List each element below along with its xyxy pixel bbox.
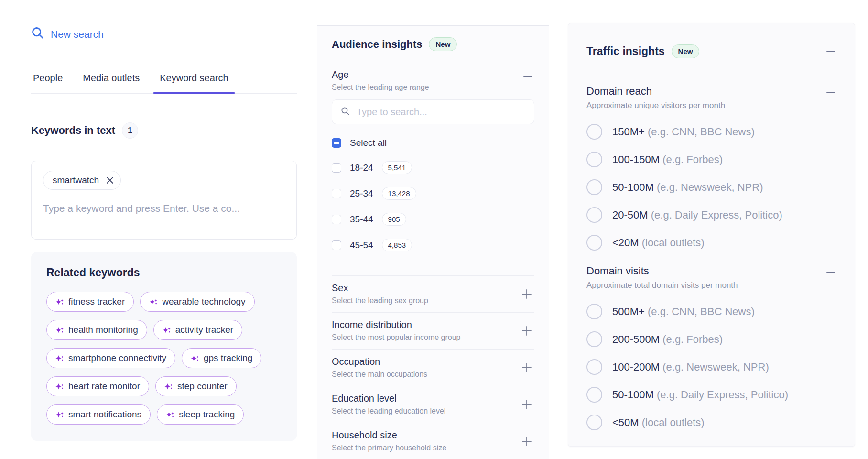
section-income-distribution[interactable]: Income distribution Select the most popu…	[332, 312, 534, 349]
domain-visits-header: Domain visits Approximate total domain v…	[586, 265, 837, 290]
keyword-input-placeholder[interactable]: Type a keyword and press Enter. Use a co…	[43, 203, 285, 214]
plus-icon	[521, 362, 532, 373]
search-icon	[341, 107, 350, 118]
keywords-in-text-heading: Keywords in text 1	[31, 122, 297, 139]
traffic-insights-header: Traffic insights New	[586, 44, 837, 58]
section-title: Sex	[332, 283, 428, 294]
section-subtitle: Select the primary household size	[332, 444, 446, 452]
section-title: Household size	[332, 430, 446, 441]
collapse-domain-reach-button[interactable]	[824, 85, 837, 98]
section-subtitle: Select the leading sex group	[332, 296, 428, 305]
age-option-row: 25-34 13,428	[332, 187, 534, 200]
plus-icon	[521, 436, 532, 447]
new-search-button[interactable]: New search	[31, 26, 104, 42]
radio-button[interactable]	[586, 124, 602, 140]
keywords-in-text-title: Keywords in text	[31, 124, 115, 137]
keyword-input-box[interactable]: smartwatch Type a keyword and press Ente…	[31, 161, 297, 240]
section-title: Education level	[332, 393, 445, 404]
checkbox[interactable]	[332, 163, 341, 173]
related-keyword-pill[interactable]: step counter	[155, 376, 237, 396]
sparkle-icon	[166, 411, 174, 418]
age-option-count-badge: 5,541	[382, 161, 412, 174]
related-keyword-label: smartphone connectivity	[68, 353, 166, 363]
expand-button[interactable]	[519, 434, 534, 449]
radio-button[interactable]	[586, 207, 602, 223]
checkbox[interactable]	[332, 189, 341, 198]
related-keyword-pill[interactable]: wearable technology	[140, 292, 254, 312]
section-household-size[interactable]: Household size Select the primary househ…	[332, 423, 534, 459]
select-all-label: Select all	[350, 138, 387, 148]
expand-button[interactable]	[519, 286, 534, 302]
section-sex[interactable]: Sex Select the leading sex group	[332, 275, 534, 312]
age-search-input[interactable]	[357, 107, 525, 118]
remove-keyword-icon[interactable]	[105, 175, 115, 185]
radio-button[interactable]	[586, 415, 602, 430]
collapse-age-button[interactable]	[521, 69, 534, 83]
related-keyword-pill[interactable]: activity tracker	[153, 320, 242, 340]
radio-button[interactable]	[586, 152, 602, 167]
age-search-box	[332, 99, 534, 124]
related-keyword-label: wearable technology	[162, 296, 245, 307]
domain-reach-options: 150M+ (e.g. CNN, BBC News) 100-150M (e.g…	[586, 124, 837, 251]
new-search-label: New search	[51, 29, 104, 40]
collapse-audience-button[interactable]	[521, 37, 534, 51]
age-option-row: 35-44 905	[332, 213, 534, 226]
domain-reach-subtitle: Approximate unique visitors per month	[586, 101, 725, 110]
minus-icon	[826, 46, 835, 56]
related-keyword-label: gps tracking	[204, 353, 252, 363]
minus-icon	[826, 267, 835, 276]
screen: New search People Media outlets Keyword …	[0, 0, 868, 459]
audience-collapsed-sections: Sex Select the leading sex group Income …	[332, 275, 534, 459]
collapse-traffic-button[interactable]	[824, 44, 837, 58]
related-keyword-pill[interactable]: smartphone connectivity	[46, 348, 175, 368]
age-option-row: 45-54 4,853	[332, 239, 534, 251]
sparkle-icon	[191, 355, 199, 362]
audience-insights-header: Audience insights New	[332, 37, 534, 51]
expand-button[interactable]	[519, 323, 534, 339]
expand-button[interactable]	[519, 360, 534, 375]
radio-button[interactable]	[586, 235, 602, 251]
tab-people[interactable]: People	[31, 73, 65, 93]
radio-button[interactable]	[586, 387, 602, 403]
section-education-level[interactable]: Education level Select the leading educa…	[332, 386, 534, 423]
tab-media-outlets[interactable]: Media outlets	[81, 73, 141, 93]
plus-icon	[521, 399, 532, 410]
option-example: (local outlets)	[642, 237, 705, 249]
radio-button[interactable]	[586, 179, 602, 195]
related-keyword-pill[interactable]: heart rate monitor	[46, 376, 149, 396]
age-option-label: 18-24	[350, 163, 373, 173]
select-all-checkbox[interactable]	[332, 138, 341, 148]
expand-button[interactable]	[519, 397, 534, 412]
checkbox[interactable]	[332, 240, 341, 250]
option-range: 20-50M	[612, 209, 648, 221]
keywords-count-badge: 1	[122, 122, 138, 139]
domain-reach-title: Domain reach	[586, 85, 725, 98]
collapse-domain-visits-button[interactable]	[824, 265, 837, 278]
radio-option-row: 500M+ (e.g. CNN, BBC News)	[586, 304, 837, 319]
radio-button[interactable]	[586, 331, 602, 347]
related-keyword-pill[interactable]: gps tracking	[182, 348, 261, 368]
radio-button[interactable]	[586, 359, 602, 375]
tab-keyword-search[interactable]: Keyword search	[158, 73, 230, 93]
option-example: (e.g. Forbes)	[662, 333, 723, 345]
related-keyword-label: health monitoring	[68, 325, 138, 335]
plus-icon	[521, 325, 532, 337]
related-keyword-pill[interactable]: smart notifications	[46, 404, 151, 425]
audience-insights-panel: Audience insights New Age Select the lea…	[317, 25, 549, 459]
minus-icon	[523, 71, 532, 81]
section-occupation[interactable]: Occupation Select the main occupations	[332, 349, 534, 386]
search-icon	[31, 26, 44, 42]
option-range: 50-100M	[612, 181, 654, 193]
option-range: 50-100M	[612, 389, 654, 401]
option-range: 500M+	[612, 306, 645, 317]
radio-button[interactable]	[586, 304, 602, 319]
age-option-count-badge: 13,428	[382, 187, 416, 200]
checkbox[interactable]	[332, 215, 341, 224]
related-keyword-pill[interactable]: health monitoring	[46, 320, 147, 340]
age-option-label: 35-44	[350, 214, 373, 225]
domain-visits-subtitle: Approximate total domain visits per mont…	[586, 281, 738, 290]
sparkle-icon	[55, 411, 64, 418]
related-keyword-pill[interactable]: fitness tracker	[46, 292, 134, 312]
section-title: Income distribution	[332, 319, 460, 330]
related-keyword-pill[interactable]: sleep tracking	[157, 404, 244, 425]
